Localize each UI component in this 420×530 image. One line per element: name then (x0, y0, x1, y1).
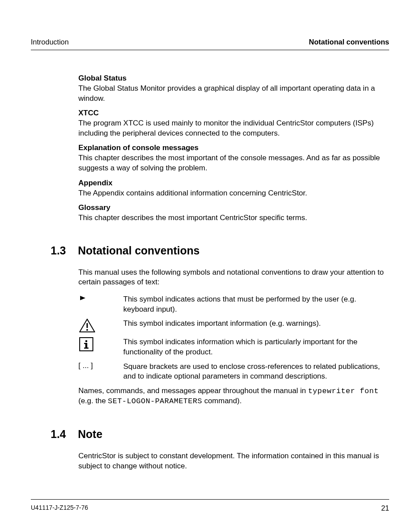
warning-triangle-icon (78, 318, 123, 333)
section-number: 1.3 (51, 244, 71, 257)
svg-rect-7 (84, 343, 86, 344)
section-1-3-intro: This manual uses the following symbols a… (78, 268, 388, 287)
conventions-table: This symbol indicates actions that must … (78, 294, 388, 382)
svg-point-3 (86, 329, 88, 331)
page-content: Global Status The Global Status Monitor … (31, 74, 389, 499)
convention-row-action: This symbol indicates actions that must … (78, 294, 388, 314)
sub-heading: Appendix (78, 179, 388, 188)
header-left: Introduction (31, 38, 69, 46)
section-title: Notational conventions (78, 244, 199, 257)
tw-suffix: command). (202, 397, 242, 405)
tw-prefix: Names, commands, and messages appear thr… (78, 386, 308, 395)
header-right: Notational conventions (309, 38, 389, 46)
typewriter-paragraph: Names, commands, and messages appear thr… (78, 386, 388, 407)
section-1-3-heading: 1.3 Notational conventions (51, 244, 388, 257)
section-number: 1.4 (51, 428, 71, 441)
sub-heading: Glossary (78, 203, 388, 212)
svg-marker-0 (80, 296, 85, 300)
footer-doc-id: U41117-J-Z125-7-76 (31, 504, 88, 512)
convention-row-warning: This symbol indicates important informat… (78, 318, 388, 333)
bracket-symbol: [ ... ] (78, 361, 123, 370)
sub-text: The Global Status Monitor provides a gra… (78, 84, 388, 103)
info-box-icon (78, 336, 123, 351)
convention-desc: This symbol indicates information which … (123, 336, 388, 357)
sub-heading: Explanation of console messages (78, 144, 388, 152)
page-footer: U41117-J-Z125-7-76 21 (31, 499, 389, 512)
convention-desc: This symbol indicates actions that must … (123, 294, 388, 314)
tw-font-example: typewriter font (308, 387, 379, 395)
subsection-glossary: Glossary This chapter describes the most… (78, 203, 388, 223)
subsection-global-status: Global Status The Global Status Monitor … (78, 74, 388, 103)
convention-row-info: This symbol indicates information which … (78, 336, 388, 357)
footer-page-number: 21 (381, 504, 389, 512)
subsection-xtcc: XTCC The program XTCC is used mainly to … (78, 109, 388, 138)
sub-text: The program XTCC is used mainly to monit… (78, 118, 388, 138)
svg-rect-8 (84, 348, 88, 349)
sub-text: This chapter describes the most importan… (78, 213, 388, 223)
subsection-console-messages: Explanation of console messages This cha… (78, 144, 388, 173)
subsection-appendix: Appendix The Appendix contains additiona… (78, 179, 388, 199)
convention-desc: Square brackets are used to enclose cros… (123, 361, 388, 382)
sub-text: The Appendix contains additional informa… (78, 188, 388, 199)
svg-rect-2 (87, 323, 88, 328)
svg-point-5 (85, 340, 88, 342)
convention-row-brackets: [ ... ] Square brackets are used to encl… (78, 361, 388, 382)
section-1-4-text: CentricStor is subject to constant devel… (78, 451, 388, 471)
action-arrow-icon (78, 294, 123, 301)
sub-heading: XTCC (78, 109, 388, 118)
sub-text: This chapter describes the most importan… (78, 153, 388, 173)
page-header: Introduction Notational conventions (31, 38, 389, 50)
sub-heading: Global Status (78, 74, 388, 83)
section-1-4-heading: 1.4 Note (51, 428, 388, 441)
convention-desc: This symbol indicates important informat… (123, 318, 321, 329)
tw-middle: (e.g. the (78, 397, 108, 405)
tw-command-example: SET-LOGON-PARAMETERS (108, 397, 202, 405)
section-title: Note (78, 428, 103, 441)
